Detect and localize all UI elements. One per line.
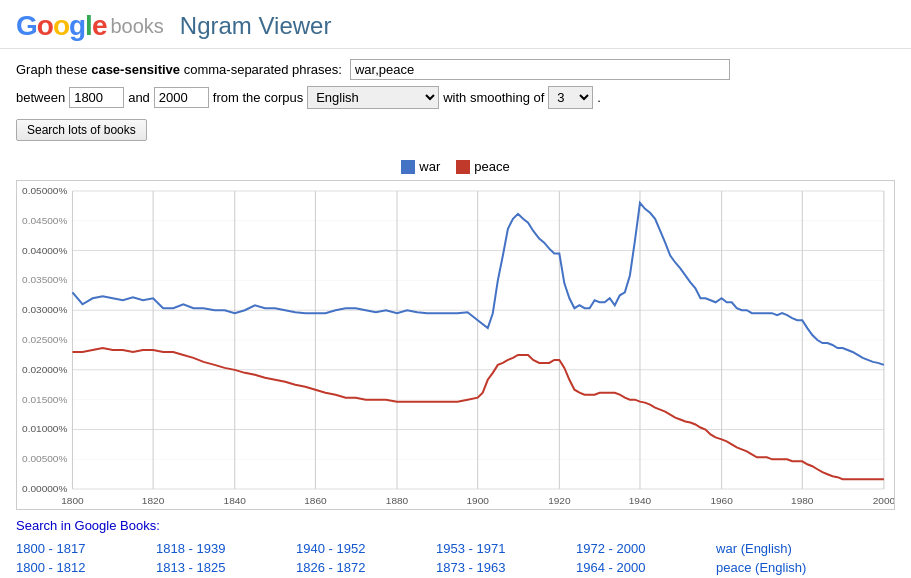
table-cell: 1964 - 2000	[576, 558, 716, 577]
war-color-swatch	[401, 160, 415, 174]
table-cell: 1800 - 1812	[16, 558, 156, 577]
svg-text:1960: 1960	[710, 495, 733, 506]
svg-text:1940: 1940	[629, 495, 652, 506]
svg-text:0.01500%: 0.01500%	[22, 394, 67, 405]
page-title: Ngram Viewer	[180, 12, 332, 40]
svg-text:0.03500%: 0.03500%	[22, 274, 67, 285]
table-cell: 1940 - 1952	[296, 539, 436, 558]
google-logo: Google	[16, 10, 106, 42]
smoothing-select[interactable]: 0 1 2 3 4 5	[548, 86, 593, 109]
svg-text:1840: 1840	[224, 495, 247, 506]
svg-text:1800: 1800	[61, 495, 84, 506]
peace-color-swatch	[456, 160, 470, 174]
table-cell: 1818 - 1939	[156, 539, 296, 558]
to-year-input[interactable]	[154, 87, 209, 108]
phrases-input[interactable]	[350, 59, 730, 80]
table-cell: 1826 - 1872	[296, 558, 436, 577]
svg-text:0.05000%: 0.05000%	[22, 185, 67, 196]
svg-text:0.03000%: 0.03000%	[22, 304, 67, 315]
label-graph: Graph these case-sensitive comma-separat…	[16, 62, 342, 77]
table-cell: 1813 - 1825	[156, 558, 296, 577]
table-cell: 1800 - 1817	[16, 539, 156, 558]
svg-text:1980: 1980	[791, 495, 814, 506]
between-label: between	[16, 90, 65, 105]
table-cell: 1953 - 1971	[436, 539, 576, 558]
legend-peace-label: peace	[474, 159, 509, 174]
label-case-sensitive: case-sensitive	[91, 62, 180, 77]
svg-text:1900: 1900	[466, 495, 489, 506]
link-1818-1939[interactable]: 1818 - 1939	[156, 541, 225, 556]
footer: Search in Google Books: 1800 - 1817 1818…	[0, 510, 911, 577]
search-button[interactable]: Search lots of books	[16, 119, 147, 141]
table-row: 1800 - 1817 1818 - 1939 1940 - 1952 1953…	[16, 539, 895, 558]
footer-title: Search in Google Books:	[16, 518, 895, 533]
link-1964-2000[interactable]: 1964 - 2000	[576, 560, 645, 575]
button-row: Search lots of books	[16, 115, 895, 141]
link-1826-1872[interactable]: 1826 - 1872	[296, 560, 365, 575]
svg-text:0.04000%: 0.04000%	[22, 245, 67, 256]
link-1940-1952[interactable]: 1940 - 1952	[296, 541, 365, 556]
legend-item-war: war	[401, 159, 440, 174]
svg-text:0.02500%: 0.02500%	[22, 334, 67, 345]
table-cell: peace (English)	[716, 558, 895, 577]
link-1953-1971[interactable]: 1953 - 1971	[436, 541, 505, 556]
chart-legend: war peace	[0, 155, 911, 180]
link-1800-1817[interactable]: 1800 - 1817	[16, 541, 85, 556]
svg-text:2000: 2000	[873, 495, 894, 506]
table-row: 1800 - 1812 1813 - 1825 1826 - 1872 1873…	[16, 558, 895, 577]
svg-text:1860: 1860	[304, 495, 327, 506]
svg-text:0.00000%: 0.00000%	[22, 483, 67, 494]
header: Google books Ngram Viewer	[0, 0, 911, 49]
link-1873-1963[interactable]: 1873 - 1963	[436, 560, 505, 575]
label-prefix: Graph these	[16, 62, 88, 77]
books-label: books	[110, 15, 163, 38]
from-year-input[interactable]	[69, 87, 124, 108]
link-peace-english[interactable]: peace (English)	[716, 560, 806, 575]
phrases-row: Graph these case-sensitive comma-separat…	[16, 59, 895, 80]
link-war-english[interactable]: war (English)	[716, 541, 792, 556]
link-1813-1825[interactable]: 1813 - 1825	[156, 560, 225, 575]
svg-text:1820: 1820	[142, 495, 165, 506]
link-1800-1812[interactable]: 1800 - 1812	[16, 560, 85, 575]
legend-item-peace: peace	[456, 159, 509, 174]
table-cell: war (English)	[716, 539, 895, 558]
controls-area: Graph these case-sensitive comma-separat…	[0, 49, 911, 155]
and-label: and	[128, 90, 150, 105]
links-table: 1800 - 1817 1818 - 1939 1940 - 1952 1953…	[16, 539, 895, 577]
period: .	[597, 90, 601, 105]
svg-text:1880: 1880	[386, 495, 409, 506]
from-corpus-label: from the corpus	[213, 90, 303, 105]
table-cell: 1972 - 2000	[576, 539, 716, 558]
legend-war-label: war	[419, 159, 440, 174]
svg-rect-0	[17, 181, 894, 509]
date-row: between and from the corpus English Amer…	[16, 86, 895, 109]
svg-text:0.02000%: 0.02000%	[22, 364, 67, 375]
label-suffix: comma-separated phrases:	[184, 62, 342, 77]
table-cell: 1873 - 1963	[436, 558, 576, 577]
svg-text:0.04500%: 0.04500%	[22, 215, 67, 226]
svg-text:0.00500%: 0.00500%	[22, 453, 67, 464]
svg-text:0.01000%: 0.01000%	[22, 424, 67, 435]
chart-area: 0.05000% 0.04000% 0.03000% 0.02000% 0.01…	[16, 180, 895, 510]
link-1972-2000[interactable]: 1972 - 2000	[576, 541, 645, 556]
ngram-svg: 0.05000% 0.04000% 0.03000% 0.02000% 0.01…	[17, 181, 894, 509]
smoothing-label: with smoothing of	[443, 90, 544, 105]
corpus-select[interactable]: English American English British English…	[307, 86, 439, 109]
svg-text:1920: 1920	[548, 495, 571, 506]
